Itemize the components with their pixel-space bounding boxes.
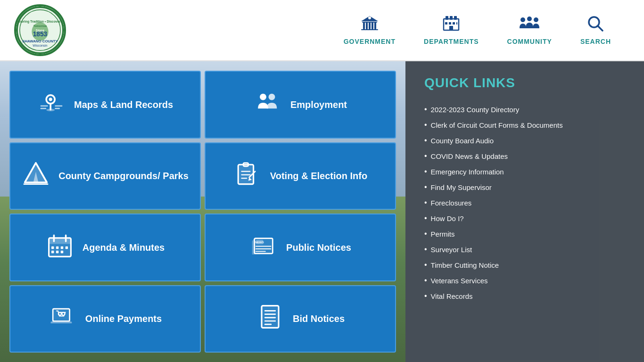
bid-icon: [256, 304, 284, 333]
svg-rect-23: [449, 22, 451, 25]
svg-point-33: [46, 108, 55, 111]
tiles-grid: Maps & Land Records Employment: [0, 61, 405, 362]
svg-rect-19: [446, 16, 448, 20]
quick-link-foreclosures[interactable]: Foreclosures: [431, 198, 472, 208]
svg-rect-14: [374, 23, 376, 29]
svg-rect-34: [41, 105, 48, 107]
quick-link-item: Vital Records: [424, 288, 625, 304]
community-label: COMMUNITY: [507, 38, 552, 45]
svg-text:SHAWANO COUNTY: SHAWANO COUNTY: [22, 39, 58, 43]
quick-link-covid[interactable]: COVID News & Updates: [431, 151, 508, 161]
logo-area: Honoring Tradition • Discovering Tomorro…: [14, 4, 66, 56]
quick-link-county-directory[interactable]: 2022-2023 County Directory: [431, 105, 520, 115]
svg-rect-13: [372, 23, 373, 29]
payment-icon: [49, 304, 77, 333]
maps-icon: [37, 90, 66, 119]
county-logo[interactable]: Honoring Tradition • Discovering Tomorro…: [14, 4, 66, 56]
tile-employment[interactable]: Employment: [205, 71, 396, 139]
svg-rect-60: [61, 247, 63, 249]
svg-text:Wisconsin: Wisconsin: [33, 44, 47, 47]
search-label: SEARCH: [580, 38, 611, 45]
quick-link-item: County Board Audio: [424, 133, 625, 148]
voting-label: Voting & Election Info: [270, 170, 367, 182]
quick-link-item: Timber Cutting Notice: [424, 257, 625, 273]
departments-label: DEPARTMENTS: [424, 38, 479, 45]
nav-community[interactable]: COMMUNITY: [507, 15, 552, 45]
tile-online-payments[interactable]: Online Payments: [9, 285, 201, 353]
svg-point-39: [260, 93, 266, 100]
svg-text:Honoring Tradition • Discoveri: Honoring Tradition • Discovering: [16, 20, 64, 24]
tile-county-campgrounds[interactable]: County Campgrounds/ Parks: [9, 142, 201, 210]
quick-link-item: 2022-2023 County Directory: [424, 102, 625, 117]
quick-link-emergency[interactable]: Emergency Information: [431, 167, 504, 177]
main-content: Maps & Land Records Employment: [0, 61, 644, 362]
nav-departments[interactable]: DEPARTMENTS: [424, 15, 479, 45]
site-header: Honoring Tradition • Discovering Tomorro…: [0, 0, 644, 61]
quick-link-county-board[interactable]: County Board Audio: [431, 136, 494, 146]
agenda-label: Agenda & Minutes: [83, 241, 165, 254]
campgrounds-label: County Campgrounds/ Parks: [58, 170, 189, 182]
tile-maps-land-records[interactable]: Maps & Land Records: [9, 71, 201, 139]
quick-link-how-do-i[interactable]: How Do I?: [431, 214, 464, 223]
svg-rect-37: [55, 108, 60, 109]
employment-icon: [254, 90, 282, 119]
tile-bid-notices[interactable]: Bid Notices: [205, 285, 396, 353]
quick-link-item: Foreclosures: [424, 195, 625, 211]
bid-notices-label: Bid Notices: [293, 313, 345, 325]
quick-link-item: COVID News & Updates: [424, 148, 625, 164]
svg-rect-55: [49, 238, 71, 244]
svg-rect-20: [450, 16, 453, 20]
quick-links-list: 2022-2023 County Directory Clerk of Circ…: [424, 102, 625, 304]
svg-rect-24: [453, 22, 455, 25]
svg-point-29: [534, 17, 538, 22]
svg-text:1853: 1853: [33, 31, 48, 38]
svg-rect-22: [445, 22, 447, 25]
tile-voting-election[interactable]: Voting & Election Info: [205, 142, 396, 210]
svg-text:NEWS: NEWS: [255, 240, 264, 244]
svg-rect-58: [51, 247, 54, 249]
hero-section: Maps & Land Records Employment: [0, 61, 405, 362]
agenda-icon: [46, 233, 74, 262]
quick-link-item: Permits: [424, 226, 625, 242]
svg-rect-11: [366, 23, 368, 29]
svg-point-40: [269, 93, 275, 100]
svg-rect-61: [65, 247, 67, 249]
svg-rect-25: [456, 22, 457, 25]
nav-government[interactable]: GOVERNMENT: [344, 15, 396, 45]
government-icon: [360, 15, 379, 35]
news-icon: NEWS: [249, 233, 278, 262]
maps-label: Maps & Land Records: [74, 99, 173, 111]
quick-link-clerk-forms[interactable]: Clerk of Circuit Court Forms & Documents: [431, 120, 563, 130]
quick-link-item: Surveyor List: [424, 242, 625, 257]
svg-rect-35: [41, 108, 47, 109]
search-icon: [587, 15, 604, 35]
svg-line-31: [598, 26, 603, 31]
quick-link-surveyor[interactable]: Surveyor List: [431, 245, 472, 255]
svg-rect-9: [362, 22, 377, 23]
public-notices-label: Public Notices: [286, 241, 351, 254]
svg-rect-12: [369, 23, 371, 29]
nav-search[interactable]: SEARCH: [580, 15, 611, 45]
campground-icon: [22, 161, 50, 190]
departments-icon: [443, 15, 460, 35]
quick-link-supervisor[interactable]: Find My Supervisor: [431, 182, 492, 192]
svg-point-27: [520, 17, 525, 22]
quick-link-permits[interactable]: Permits: [431, 229, 455, 239]
quick-link-item: How Do I?: [424, 211, 625, 226]
tile-public-notices[interactable]: NEWS Public Notices: [205, 214, 396, 281]
quick-links-title: QUICK LINKS: [424, 75, 625, 90]
quick-link-item: Clerk of Circuit Court Forms & Documents: [424, 117, 625, 133]
tile-agenda-minutes[interactable]: Agenda & Minutes: [9, 214, 201, 281]
online-payments-label: Online Payments: [85, 313, 162, 325]
quick-link-veterans[interactable]: Veterans Services: [431, 276, 488, 286]
employment-label: Employment: [290, 99, 347, 111]
svg-rect-10: [363, 23, 365, 29]
quick-link-timber[interactable]: Timber Cutting Notice: [431, 260, 499, 270]
quick-link-item: Emergency Information: [424, 164, 625, 180]
svg-rect-47: [243, 163, 248, 166]
voting-icon: [233, 161, 262, 190]
svg-rect-63: [56, 251, 58, 253]
svg-rect-26: [449, 26, 453, 30]
quick-link-vital-records[interactable]: Vital Records: [431, 291, 473, 301]
svg-rect-21: [454, 16, 457, 20]
